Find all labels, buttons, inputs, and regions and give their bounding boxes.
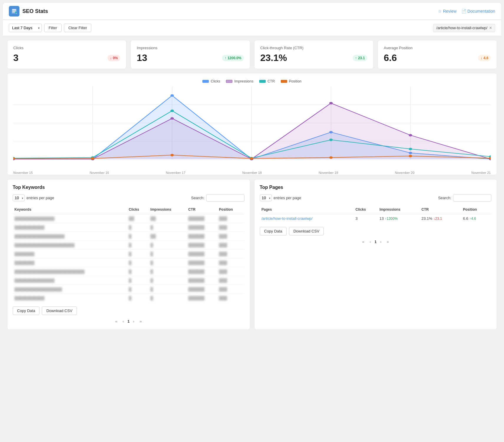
impressions-cell: █ bbox=[149, 285, 186, 294]
position-cell: ███ bbox=[217, 214, 244, 223]
impressions-cell: ██ bbox=[149, 214, 186, 223]
svg-point-40 bbox=[170, 154, 174, 156]
remove-url-filter[interactable]: × bbox=[489, 26, 492, 30]
table-row: ████████ █ █ ██████ ███ bbox=[13, 258, 244, 267]
position-cell: ███ bbox=[217, 258, 244, 267]
keyword-cell: ████████████████████ bbox=[13, 232, 127, 241]
position-swatch bbox=[281, 80, 287, 83]
pages-next-page[interactable]: › bbox=[378, 239, 383, 245]
keywords-col-keyword: Keywords bbox=[13, 205, 127, 214]
impressions-card: Impressions 13 ↑ 1200.0% bbox=[130, 40, 250, 69]
svg-point-33 bbox=[170, 110, 174, 112]
impressions-cell: █ bbox=[149, 250, 186, 258]
keywords-search-control: Search: bbox=[191, 194, 244, 202]
svg-point-4 bbox=[15, 12, 17, 14]
svg-marker-23 bbox=[13, 103, 491, 159]
keywords-col-impressions: Impressions bbox=[149, 205, 186, 214]
svg-rect-1 bbox=[12, 9, 16, 10]
table-row: ████████████ █ █ ██████ ███ bbox=[13, 294, 244, 303]
keywords-table: Keywords Clicks Impressions CTR Position… bbox=[13, 205, 244, 302]
pages-first-page[interactable]: « bbox=[361, 239, 366, 245]
ctr-cell: ██████ bbox=[186, 232, 217, 241]
ctr-cell: ██████ bbox=[186, 285, 217, 294]
keywords-controls: 10 25 50 entries per page Search: bbox=[13, 194, 244, 202]
svg-point-26 bbox=[170, 117, 174, 120]
svg-point-28 bbox=[329, 102, 333, 104]
ctr-card: Click-through Rate (CTR) 23.1% ↑ 23.1 bbox=[254, 40, 374, 69]
impressions-label: Impressions bbox=[137, 46, 244, 50]
keywords-entries-wrapper: 10 25 50 bbox=[13, 194, 25, 201]
page-clicks: 3 bbox=[354, 214, 378, 223]
pages-col-clicks: Clicks bbox=[354, 205, 378, 214]
keywords-prev-page[interactable]: ‹ bbox=[121, 319, 125, 324]
keyword-cell: ████████ bbox=[13, 258, 127, 267]
clicks-cell: █ bbox=[127, 223, 149, 232]
pages-search-input[interactable] bbox=[453, 194, 491, 202]
pages-entries-control: 10 25 50 entries per page bbox=[260, 194, 301, 201]
clicks-cell: █ bbox=[127, 267, 149, 276]
chart-legend: Clicks Impressions CTR Position bbox=[13, 79, 491, 83]
page-position: 6.6 ↑4.6 bbox=[461, 214, 491, 223]
table-row: ████████ █ █ ██████ ███ bbox=[13, 250, 244, 258]
ctr-cell: ██████ bbox=[186, 258, 217, 267]
svg-point-29 bbox=[409, 134, 412, 136]
pages-pagination: « ‹ 1 › » bbox=[260, 239, 492, 245]
legend-ctr: CTR bbox=[259, 79, 275, 83]
documentation-link[interactable]: 📄 Documentation bbox=[461, 9, 495, 14]
impressions-swatch bbox=[226, 80, 232, 83]
keywords-copy-button[interactable]: Copy Data bbox=[13, 306, 39, 315]
pages-entries-select[interactable]: 10 25 50 bbox=[260, 194, 272, 201]
pages-copy-button[interactable]: Copy Data bbox=[260, 227, 287, 235]
clicks-cell: █ bbox=[127, 276, 149, 285]
keywords-col-ctr: CTR bbox=[186, 205, 217, 214]
filter-button[interactable]: Filter bbox=[44, 24, 62, 32]
keywords-first-page[interactable]: « bbox=[113, 319, 119, 324]
clicks-cell: █ bbox=[127, 232, 149, 241]
position-cell: ███ bbox=[217, 223, 244, 232]
clicks-card: Clicks 3 ↓ 0% bbox=[7, 40, 126, 69]
top-pages-title: Top Pages bbox=[260, 185, 492, 190]
ctr-cell: ██████ bbox=[186, 223, 217, 232]
svg-point-18 bbox=[170, 94, 174, 97]
svg-point-36 bbox=[409, 148, 412, 150]
table-row: ████████████ █ █ ██████ ███ bbox=[13, 223, 244, 232]
svg-line-5 bbox=[16, 13, 17, 14]
date-label-3: November 18 bbox=[242, 171, 262, 174]
position-value: 6.6 bbox=[384, 52, 397, 63]
clear-filter-button[interactable]: Clear Filter bbox=[64, 24, 92, 32]
keywords-entries-select[interactable]: 10 25 50 bbox=[13, 194, 25, 201]
review-link[interactable]: ☆ Review bbox=[438, 9, 457, 14]
chart-svg-container: November 15 November 16 November 17 Nove… bbox=[13, 86, 491, 169]
ctr-badge: ↑ 23.1 bbox=[353, 55, 367, 61]
impressions-value: 13 bbox=[137, 52, 147, 63]
position-label: Average Position bbox=[384, 46, 491, 50]
pages-prev-page[interactable]: ‹ bbox=[368, 239, 373, 245]
top-keywords-panel: Top Keywords 10 25 50 entries per page bbox=[7, 179, 250, 330]
legend-clicks: Clicks bbox=[202, 79, 220, 83]
position-badge: ↓ 4.6 bbox=[478, 55, 491, 61]
keywords-download-button[interactable]: Download CSV bbox=[42, 306, 77, 315]
keywords-last-page[interactable]: » bbox=[138, 319, 143, 324]
page-ctr: 23.1% ↓23.1 bbox=[420, 214, 461, 223]
ctr-cell: ██████ bbox=[186, 294, 217, 303]
date-range-select[interactable]: Last 7 Days Last 14 Days Last 30 Days La… bbox=[9, 24, 42, 32]
keyword-cell: ████████████████████████████ bbox=[13, 267, 127, 276]
ctr-label: Click-through Rate (CTR) bbox=[260, 46, 367, 50]
header-links: ☆ Review 📄 Documentation bbox=[438, 9, 495, 14]
svg-point-39 bbox=[91, 157, 95, 160]
table-row: ███████████████████ █ █ ██████ ███ bbox=[13, 285, 244, 294]
keywords-search-input[interactable] bbox=[206, 194, 244, 202]
filter-bar: Last 7 Days Last 14 Days Last 30 Days La… bbox=[3, 20, 501, 36]
position-cell: ███ bbox=[217, 276, 244, 285]
clicks-arrow: ↓ bbox=[110, 56, 112, 60]
impressions-cell: █ bbox=[149, 241, 186, 250]
pages-current-page: 1 bbox=[374, 240, 376, 244]
ctr-cell: ██████ bbox=[186, 276, 217, 285]
clicks-label: Clicks bbox=[13, 46, 120, 50]
keywords-next-page[interactable]: › bbox=[131, 319, 136, 324]
pages-download-button[interactable]: Download CSV bbox=[289, 227, 324, 235]
pages-last-page[interactable]: » bbox=[385, 239, 391, 245]
table-row: ████████████████████████████ █ █ ██████ … bbox=[13, 267, 244, 276]
top-pages-panel: Top Pages 10 25 50 entries per page bbox=[254, 179, 497, 330]
keywords-col-clicks: Clicks bbox=[127, 205, 149, 214]
